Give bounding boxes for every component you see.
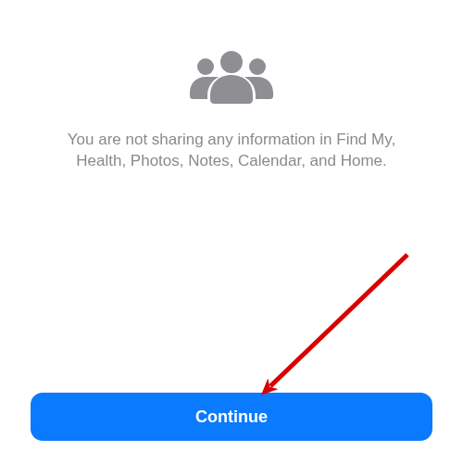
people-group-icon	[185, 44, 278, 107]
continue-button[interactable]: Continue	[31, 393, 432, 441]
svg-line-3	[270, 255, 407, 386]
svg-point-2	[249, 58, 266, 75]
svg-point-1	[197, 58, 214, 75]
sharing-status-message: You are not sharing any information in F…	[56, 130, 407, 172]
svg-point-0	[220, 51, 243, 73]
sharing-info-panel: You are not sharing any information in F…	[0, 0, 463, 172]
